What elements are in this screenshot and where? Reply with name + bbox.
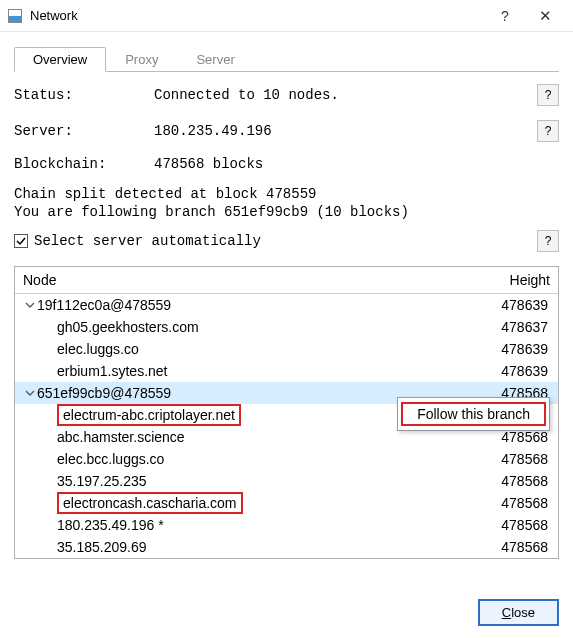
node-name: electroncash.cascharia.com <box>23 492 478 514</box>
window-title: Network <box>30 8 78 23</box>
server-help-button[interactable]: ? <box>537 120 559 142</box>
node-height: 478568 <box>478 495 558 511</box>
node-name-highlight: electrum-abc.criptolayer.net <box>57 404 241 426</box>
node-name: erbium1.sytes.net <box>23 363 478 379</box>
check-icon <box>16 236 26 246</box>
tab-server[interactable]: Server <box>177 47 253 72</box>
auto-select-help-button[interactable]: ? <box>537 230 559 252</box>
chevron-down-icon <box>23 299 35 311</box>
node-row[interactable]: 180.235.49.196 *478568 <box>15 514 558 536</box>
close-accel: C <box>502 605 511 620</box>
status-value: Connected to 10 nodes. <box>154 87 537 103</box>
node-row[interactable]: electroncash.cascharia.com478568 <box>15 492 558 514</box>
node-row[interactable]: erbium1.sytes.net478639 <box>15 360 558 382</box>
node-height: 478568 <box>478 451 558 467</box>
node-tree: Node Height 19f112ec0a@478559478639gh05.… <box>14 266 559 559</box>
node-row[interactable]: elec.bcc.luggs.co478568 <box>15 448 558 470</box>
auto-select-checkbox[interactable] <box>14 234 28 248</box>
node-row[interactable]: 35.197.25.235478568 <box>15 470 558 492</box>
app-icon <box>8 9 22 23</box>
blockchain-value: 478568 blocks <box>154 156 559 172</box>
node-height: 478568 <box>478 539 558 555</box>
column-height[interactable]: Height <box>478 267 558 293</box>
tree-header: Node Height <box>15 267 558 294</box>
node-height: 478568 <box>478 429 558 445</box>
node-row[interactable]: 35.185.209.69478568 <box>15 536 558 558</box>
close-button[interactable]: Close <box>478 599 559 626</box>
branch-height: 478639 <box>478 297 558 313</box>
tab-overview[interactable]: Overview <box>14 47 106 72</box>
node-name: gh05.geekhosters.com <box>23 319 478 335</box>
node-name-highlight: electroncash.cascharia.com <box>57 492 243 514</box>
node-height: 478639 <box>478 363 558 379</box>
status-help-button[interactable]: ? <box>537 84 559 106</box>
tab-proxy[interactable]: Proxy <box>106 47 177 72</box>
auto-select-label: Select server automatically <box>34 233 537 249</box>
node-row[interactable]: gh05.geekhosters.com478637 <box>15 316 558 338</box>
follow-branch-menu-item[interactable]: Follow this branch <box>401 402 546 426</box>
title-bar: Network ? ✕ <box>0 0 573 32</box>
node-name: 35.185.209.69 <box>23 539 478 555</box>
context-menu: Follow this branch <box>397 397 550 431</box>
branch-row[interactable]: 19f112ec0a@478559478639 <box>15 294 558 316</box>
chain-split-text: Chain split detected at block 478559 <box>14 186 559 202</box>
node-name: elec.bcc.luggs.co <box>23 451 478 467</box>
node-height: 478568 <box>478 517 558 533</box>
node-height: 478568 <box>478 473 558 489</box>
server-value: 180.235.49.196 <box>154 123 537 139</box>
branch-following-text: You are following branch 651ef99cb9 (10 … <box>14 204 559 220</box>
blockchain-label: Blockchain: <box>14 156 154 172</box>
node-height: 478637 <box>478 319 558 335</box>
chevron-down-icon <box>23 387 35 399</box>
title-close-button[interactable]: ✕ <box>525 7 565 25</box>
node-name: abc.hamster.science <box>23 429 478 445</box>
branch-name: 19f112ec0a@478559 <box>37 297 478 313</box>
tab-bar: Overview Proxy Server <box>14 46 559 72</box>
title-help-button[interactable]: ? <box>485 8 525 24</box>
status-label: Status: <box>14 87 154 103</box>
close-rest: lose <box>511 605 535 620</box>
node-height: 478639 <box>478 341 558 357</box>
column-node[interactable]: Node <box>15 267 478 293</box>
node-name: elec.luggs.co <box>23 341 478 357</box>
node-row[interactable]: elec.luggs.co478639 <box>15 338 558 360</box>
server-label: Server: <box>14 123 154 139</box>
node-name: 180.235.49.196 * <box>23 517 478 533</box>
node-name: 35.197.25.235 <box>23 473 478 489</box>
